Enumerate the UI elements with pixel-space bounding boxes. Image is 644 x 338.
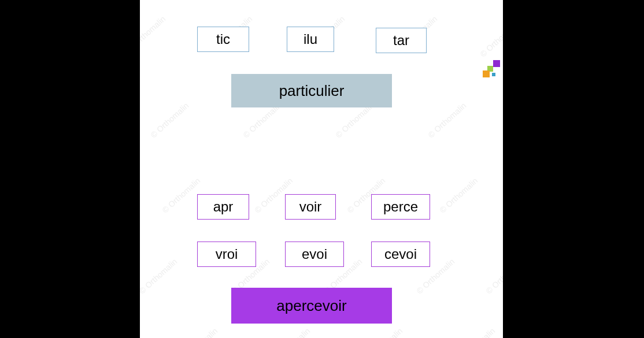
syllable-tile[interactable]: apr [197,194,249,220]
syllable-tile[interactable]: tar [376,28,427,53]
watermark-text: © Orthomalin [484,257,503,295]
watermark-text: © Orthomalin [478,20,503,58]
answer-word: particulier [231,74,392,107]
watermark-text: © Orthomalin [149,101,190,139]
watermark-text: © Orthomalin [160,176,202,214]
watermark-text: © Orthomalin [140,257,179,295]
watermark-text: © Orthomalin [270,326,312,338]
watermark-text: © Orthomalin [438,176,479,214]
syllable-tile[interactable]: tic [197,27,249,52]
syllable-text: apr [213,199,234,215]
syllable-tile[interactable]: ilu [287,27,334,52]
watermark-text: © Orthomalin [455,326,497,338]
syllable-text: vroi [216,246,238,262]
answer-word: apercevoir [231,288,392,324]
watermark-text: © Orthomalin [140,14,167,53]
syllable-text: evoi [302,246,327,262]
syllable-tile[interactable]: vroi [197,242,256,267]
syllable-text: tar [393,32,409,49]
watermark-text: © Orthomalin [362,326,404,338]
syllable-text: perce [383,199,418,215]
syllable-tile[interactable]: cevoi [371,242,430,267]
syllable-tile[interactable]: perce [371,194,430,220]
watermark-text: © Orthomalin [177,326,219,338]
answer-text: particulier [279,82,345,100]
syllable-text: voir [299,199,322,215]
watermark-text: © Orthomalin [426,101,468,139]
syllable-tile[interactable]: voir [285,194,336,220]
syllable-text: tic [216,31,230,47]
answer-text: apercevoir [276,297,346,315]
syllable-tile[interactable]: evoi [285,242,344,267]
brand-logo-icon [479,60,500,79]
syllable-text: cevoi [384,246,417,262]
syllable-text: ilu [304,31,317,47]
